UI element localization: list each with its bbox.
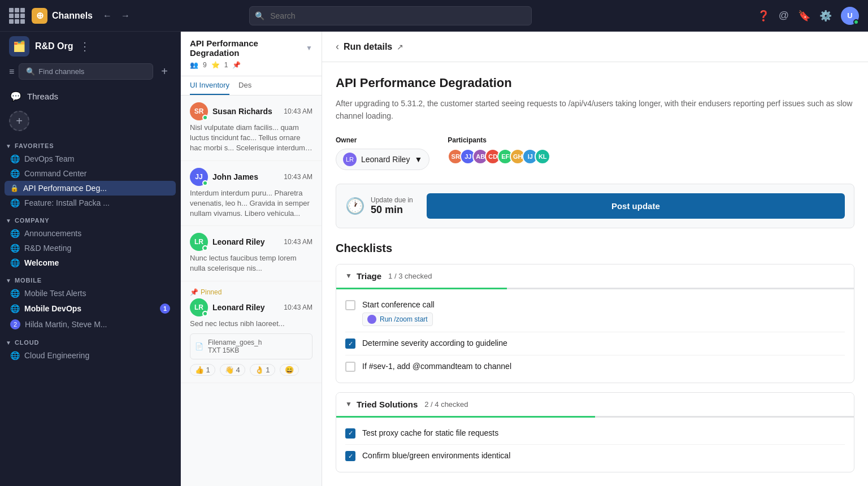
workspace-avatar[interactable]: 🗂️ (9, 36, 29, 57)
app-name: Channels (52, 11, 93, 21)
sender-avatar: JJ (190, 168, 208, 186)
sidebar-item-devops-team[interactable]: 🌐 DevOps Team (5, 151, 176, 166)
message-item[interactable]: JJ John James 10:43 AM Interdum interdum… (181, 161, 322, 227)
add-channel-button[interactable]: + (158, 65, 171, 79)
sender-avatar: LR (190, 298, 208, 316)
mention-icon[interactable]: @ (779, 10, 789, 21)
triage-name: Triage (357, 271, 381, 281)
checklist-checkbox[interactable] (345, 300, 355, 310)
channel-name: Command Center (24, 169, 87, 178)
tried-solutions-checklist-header[interactable]: ▼ Tried Solutions 2 / 4 checked (336, 393, 854, 416)
reaction-smile[interactable]: 😄 (280, 364, 299, 376)
message-time: 10:43 AM (284, 238, 313, 246)
checklist-checkbox[interactable] (345, 451, 355, 461)
find-channels-label: Find channels (38, 67, 84, 76)
find-channels-input[interactable]: 🔍 Find channels (19, 63, 153, 80)
message-text: Nisl vulputate diam facilis... quam luct… (190, 123, 313, 154)
search-input[interactable] (249, 6, 532, 25)
grid-icon[interactable] (9, 8, 25, 24)
message-time: 10:43 AM (284, 107, 313, 115)
back-button[interactable]: ‹ (336, 41, 339, 53)
private-channel-icon: 🔒 (10, 184, 19, 192)
sidebar-item-welcome[interactable]: 🌐 Welcome (5, 255, 176, 270)
favorites-channels: 🌐 DevOps Team 🌐 Command Center 🔒 API Per… (0, 151, 180, 210)
channel-name: Mobile Test Alerts (24, 289, 86, 298)
tried-solutions-name: Tried Solutions (357, 400, 418, 409)
favorites-section-header[interactable]: ▼ FAVORITES (0, 136, 180, 151)
unread-badge: 1 (160, 303, 170, 314)
external-link-icon[interactable]: ↗ (397, 42, 403, 51)
triage-checklist-header[interactable]: ▼ Triage 1 / 3 checked (336, 264, 854, 288)
sidebar-tools: ≡ 🔍 Find channels + (0, 61, 180, 86)
channel-messages: SR Susan Richards 10:43 AM Nisl vulputat… (181, 96, 322, 486)
topbar-right: ❓ @ 🔖 ⚙️ U (757, 7, 859, 25)
online-indicator (202, 311, 208, 316)
sidebar-item-announcements[interactable]: 🌐 Announcements (5, 226, 176, 241)
favorites-label: FAVORITES (15, 142, 54, 149)
public-channel-icon: 🌐 (10, 154, 20, 163)
sender-name: Susan Richards (212, 107, 272, 116)
nav-forward-button[interactable]: → (118, 8, 133, 23)
sidebar-item-dm-hilda[interactable]: 2 Hilda Martin, Steve M... (5, 316, 176, 332)
run-details-header: ‹ Run details ↗ (322, 32, 868, 62)
sender-avatar: LR (190, 233, 208, 251)
channel-name: Feature: Install Packa ... (24, 198, 110, 207)
sidebar-item-cloud-engineering[interactable]: 🌐 Cloud Engineering (5, 348, 176, 363)
star-count: 1 (224, 61, 228, 69)
sidebar-item-rd-meeting[interactable]: 🌐 R&D Meeting (5, 241, 176, 255)
post-update-button[interactable]: Post update (427, 193, 845, 219)
nav-back-button[interactable]: ← (99, 8, 115, 23)
checklist-checkbox[interactable] (345, 362, 355, 372)
workspace-name: R&D Org (35, 41, 73, 51)
run-command-button[interactable]: Run /zoom start (362, 313, 433, 326)
tab-ui-inventory[interactable]: UI Inventory (190, 81, 229, 95)
owner-dropdown-icon: ▼ (414, 155, 422, 164)
public-channel-icon: 🌐 (10, 258, 20, 267)
settings-icon[interactable]: ⚙️ (819, 10, 832, 22)
company-label: COMPANY (15, 217, 50, 224)
reaction-thumbsup[interactable]: 👍 1 (190, 364, 215, 376)
owner-button[interactable]: LR Leonard Riley ▼ (336, 149, 429, 170)
message-item[interactable]: 📌 Pinned LR Leonard Riley 10:43 AM Sed n… (181, 281, 322, 383)
threads-icon: 💬 (10, 91, 21, 102)
reaction-ok[interactable]: 👌 1 (250, 364, 275, 376)
cloud-section-header[interactable]: ▼ CLOUD (0, 332, 180, 348)
reaction-wave[interactable]: 👋 4 (220, 364, 245, 376)
channel-name: DevOps Team (24, 154, 74, 163)
workspace-menu-icon[interactable]: ⋮ (79, 40, 90, 53)
search-bar[interactable]: 🔍 (249, 6, 532, 25)
public-channel-icon: 🌐 (10, 169, 20, 178)
checklist-item: Determine severity according to guidelin… (345, 332, 845, 355)
owner-label: Owner (336, 136, 429, 144)
checklist-item: Start conference call Run /zoom start (345, 294, 845, 333)
company-chevron: ▼ (6, 218, 11, 224)
help-icon[interactable]: ❓ (757, 10, 770, 22)
update-section: 🕐 Update due in 50 min Post update (336, 184, 854, 228)
star-icon: ⭐ (211, 61, 220, 69)
user-avatar[interactable]: U (841, 7, 859, 25)
threads-item[interactable]: 💬 Threads (5, 86, 176, 106)
sidebar-item-mobile-devops[interactable]: 🌐 Mobile DevOps 1 (5, 301, 176, 316)
checklist-checkbox[interactable] (345, 428, 355, 439)
file-name: Filename_goes_h (208, 339, 262, 346)
bookmark-icon[interactable]: 🔖 (798, 10, 810, 22)
public-channel-icon: 🌐 (10, 198, 20, 207)
tab-des[interactable]: Des (238, 81, 251, 95)
sidebar-item-command-center[interactable]: 🌐 Command Center (5, 166, 176, 181)
sidebar-item-api-performance[interactable]: 🔒 API Performance Deg... (5, 181, 176, 196)
filter-icon[interactable]: ≡ (9, 67, 14, 77)
dm-count: 2 (10, 319, 20, 329)
run-command-text: Run /zoom start (380, 315, 428, 323)
company-section-header[interactable]: ▼ COMPANY (0, 210, 180, 226)
message-header: LR Leonard Riley 10:43 AM (190, 233, 313, 251)
mobile-section-header[interactable]: ▼ MOBILE (0, 270, 180, 286)
online-indicator (202, 245, 208, 251)
checklist-checkbox[interactable] (345, 339, 355, 349)
dropdown-chevron-icon[interactable]: ▼ (306, 44, 313, 52)
sidebar-item-mobile-test-alerts[interactable]: 🌐 Mobile Test Alerts (5, 286, 176, 301)
message-item[interactable]: SR Susan Richards 10:43 AM Nisl vulputat… (181, 96, 322, 161)
sidebar-item-feature-install[interactable]: 🌐 Feature: Install Packa ... (5, 196, 176, 210)
add-workspace-button[interactable]: + (9, 111, 29, 131)
message-item[interactable]: LR Leonard Riley 10:43 AM Nunc lectus fa… (181, 226, 322, 281)
file-attachment[interactable]: 📄 Filename_goes_h TXT 15KB (190, 333, 313, 359)
